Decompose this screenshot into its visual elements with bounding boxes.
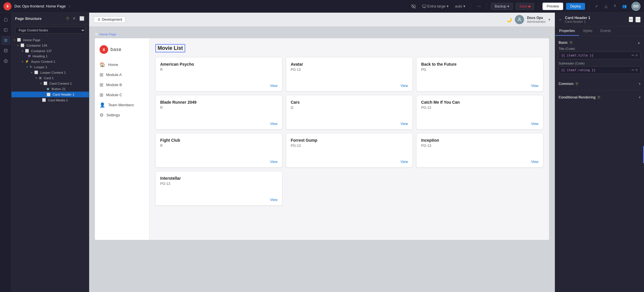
movie-view-btn[interactable]: View bbox=[160, 122, 278, 126]
nav-home[interactable]: 🏠 Home bbox=[95, 60, 149, 70]
backup-btn[interactable]: Backup ▾ bbox=[491, 3, 513, 10]
site-sidebar: 8 base 🏠 Home ⊞ Module A ⊞ Module B bbox=[95, 38, 150, 240]
movie-view-btn[interactable]: View bbox=[291, 160, 408, 164]
more-options-btn[interactable]: ⋯ bbox=[475, 3, 483, 10]
movie-rating: PG-13 bbox=[160, 182, 278, 186]
tab-styles[interactable]: Styles bbox=[579, 26, 597, 36]
site-logo-icon: 8 bbox=[100, 45, 108, 54]
left-panel-title: Page Structure bbox=[15, 16, 64, 21]
subheader-code-refresh-btn[interactable]: ↻ bbox=[635, 68, 638, 72]
canvas-area: ⬜ Home Page 8 base 🏠 Home ⊞ Modu bbox=[89, 27, 555, 292]
tab-properties[interactable]: Properties bbox=[555, 26, 579, 36]
basic-info-icon: ? bbox=[569, 41, 573, 45]
divider-1 bbox=[559, 77, 641, 77]
basic-section-collapse-btn[interactable]: ▲ bbox=[637, 41, 641, 45]
save-btn[interactable]: Save bbox=[516, 3, 534, 10]
tree-item-looper-content-1[interactable]: ▾ ⬜ Looper Content 1 bbox=[12, 70, 89, 75]
tree-item-container-134[interactable]: ▾ ⬜ Container 134 bbox=[12, 43, 89, 48]
movie-view-btn[interactable]: View bbox=[421, 122, 538, 126]
screen-size-btn[interactable]: Extra large ▾ bbox=[421, 3, 450, 10]
breadcrumb-label: Home Page bbox=[100, 33, 116, 36]
movie-title: American Psycho bbox=[160, 62, 278, 67]
nav-settings[interactable]: ⚙ Settings bbox=[95, 110, 149, 120]
tree-item-card-1[interactable]: ▾ ▣ Card 1 bbox=[12, 75, 89, 81]
movie-card-cars: Cars G View bbox=[286, 95, 413, 130]
tree-item-card-header-1[interactable]: ⬜ Card Header 1 ⋯ bbox=[12, 92, 89, 97]
svg-rect-1 bbox=[423, 5, 426, 7]
tree-item-card-content-1[interactable]: ▾ ⬜ Card Content 1 bbox=[12, 81, 89, 86]
conditional-section-title: Conditional Rendering ? bbox=[559, 95, 601, 99]
title-code-edit-btn[interactable]: ✏ bbox=[632, 54, 634, 57]
nav-module-a[interactable]: ⊞ Module A bbox=[95, 70, 149, 80]
common-section: Common ? ▾ bbox=[559, 80, 641, 88]
tree-item-home-page[interactable]: ▾ ⬜ Home Page bbox=[12, 37, 89, 43]
user-dropdown-btn[interactable]: ▾ bbox=[549, 18, 550, 22]
tree-item-container-137[interactable]: ▾ ⬜ Container 137 bbox=[12, 48, 89, 54]
tree-item-card-media-1[interactable]: ⬜ Card Media 1 bbox=[12, 97, 89, 103]
tree-item-button-21[interactable]: ◉ Button 21 bbox=[12, 86, 89, 92]
sidebar-icon-settings[interactable] bbox=[1, 56, 10, 66]
movie-rating: PG-13 bbox=[421, 144, 538, 148]
movie-rating: R bbox=[160, 68, 278, 72]
warning-icon-btn[interactable]: △ bbox=[603, 3, 609, 10]
title-code-input[interactable]: {{ item?.title }} ✏ ↻ bbox=[559, 52, 641, 59]
users-icon-btn[interactable]: 👥 bbox=[620, 3, 628, 10]
movie-view-btn[interactable]: View bbox=[421, 160, 538, 164]
nav-module-b[interactable]: ⊞ Module B bbox=[95, 80, 149, 90]
conditional-section-collapse-btn[interactable]: ▾ bbox=[639, 95, 641, 99]
movie-view-btn[interactable]: View bbox=[160, 160, 278, 164]
nav-module-c[interactable]: ⊞ Module C bbox=[95, 90, 149, 100]
basic-section-header: Basic ? ▲ bbox=[559, 41, 641, 45]
tree-item-async-content-1[interactable]: ▾ ⚡ Async Content 1 bbox=[12, 59, 89, 64]
common-section-collapse-btn[interactable]: ▾ bbox=[639, 82, 641, 86]
tree-label-home-page: Home Page bbox=[23, 38, 41, 42]
movie-view-btn[interactable]: View bbox=[421, 84, 538, 88]
movie-card-fight-club: Fight Club R View bbox=[155, 133, 282, 168]
app-logo: 8 bbox=[3, 2, 12, 10]
breadcrumb-page-icon: ⬜ bbox=[95, 33, 98, 36]
right-panel-edit-btn[interactable]: ✏ bbox=[629, 17, 633, 22]
movie-view-btn[interactable]: View bbox=[160, 198, 278, 202]
subheader-code-edit-btn[interactable]: ✏ bbox=[632, 68, 634, 72]
nav-team-members[interactable]: 👤 Team Members bbox=[95, 100, 149, 110]
page-frame: 8 base 🏠 Home ⊞ Module A ⊞ Module B bbox=[95, 38, 549, 240]
page-content-nodes-dropdown[interactable]: Page Content Nodes bbox=[15, 27, 85, 34]
conditional-info-icon: ? bbox=[597, 95, 601, 99]
check-icon-btn[interactable]: ✓ bbox=[593, 3, 600, 10]
dark-mode-toggle[interactable]: 🌙 bbox=[506, 17, 512, 22]
movie-view-btn[interactable]: View bbox=[291, 84, 408, 88]
tree-item-looper-1[interactable]: ▾ ↻ Looper 1 bbox=[12, 64, 89, 70]
sidebar-icon-home[interactable] bbox=[1, 15, 10, 24]
movie-rating: R bbox=[160, 144, 278, 148]
sidebar-icon-pages[interactable] bbox=[1, 25, 10, 35]
right-panel-back-btn[interactable]: ← bbox=[559, 17, 563, 22]
sidebar-icon-structure[interactable] bbox=[1, 36, 10, 45]
visibility-toggle-btn[interactable] bbox=[410, 3, 418, 10]
subheader-code-input[interactable]: {{ item?.rating }} ✏ ↻ bbox=[559, 66, 641, 74]
page-structure-tree: ▾ ⬜ Home Page ▾ ⬜ Container 134 ▾ ⬜ Cont… bbox=[12, 36, 89, 292]
subheader-code-value: {{ item?.rating }} bbox=[561, 68, 595, 72]
movie-rating: PG-13 bbox=[291, 68, 408, 72]
movie-card-forrest-gump: Forrest Gump PG-13 View bbox=[286, 133, 413, 168]
movie-title: Inception bbox=[421, 138, 538, 143]
left-panel-header: Page Structure ? ✕ ⬜ bbox=[12, 13, 89, 24]
title-code-refresh-btn[interactable]: ↻ bbox=[635, 54, 638, 57]
tab-events[interactable]: Events bbox=[596, 26, 615, 36]
zoom-btn[interactable]: auto ▾ bbox=[453, 3, 467, 10]
sidebar-icon-data[interactable] bbox=[1, 46, 10, 55]
right-panel-more-btn[interactable]: ⋯ bbox=[635, 17, 641, 22]
right-panel-subtitle: Card Header 1 bbox=[565, 20, 626, 23]
site-logo: 8 base bbox=[95, 43, 149, 60]
tree-item-more-btn[interactable]: ⋯ bbox=[83, 92, 87, 96]
movie-list-title: Movie List bbox=[158, 45, 183, 51]
expand-panel-btn[interactable]: ⬜ bbox=[78, 16, 85, 21]
close-left-panel-btn[interactable]: ✕ bbox=[71, 16, 77, 21]
movie-view-btn[interactable]: View bbox=[160, 84, 278, 88]
preview-btn[interactable]: Preview bbox=[542, 3, 563, 10]
movie-view-btn[interactable]: View bbox=[291, 122, 408, 126]
page-title-topbar: Doc Ops-frontend: Home Page bbox=[14, 4, 66, 8]
deploy-btn[interactable]: Deploy bbox=[566, 3, 585, 10]
help-icon-btn[interactable]: ? bbox=[612, 3, 618, 10]
tree-item-heading-1[interactable]: Ħ Heading 1 bbox=[12, 54, 89, 59]
canvas-topbar: Development 🌙 Docs Ops Administrator ▾ bbox=[89, 13, 555, 27]
